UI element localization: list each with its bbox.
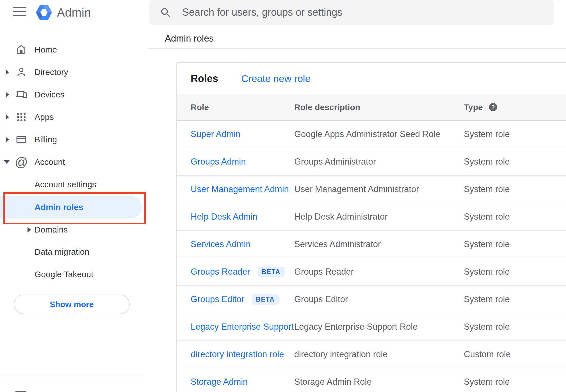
table-row: Super Admin Google Apps Administrator Se… [177, 121, 566, 148]
role-type: System role [464, 129, 566, 139]
column-header-description: Role description [294, 102, 464, 112]
clipped-sidebar-icon [15, 391, 26, 392]
sidebar-item-account[interactable]: @ Account [0, 151, 149, 173]
sidebar-item-label: Devices [35, 90, 65, 99]
apps-grid-icon [15, 111, 27, 123]
role-description: Google Apps Administrator Seed Role [294, 129, 464, 139]
role-type: System role [464, 322, 566, 332]
column-header-type-label: Type [464, 102, 483, 112]
sidebar-item-label: Admin roles [35, 202, 83, 212]
expand-right-icon[interactable] [6, 137, 9, 142]
sidebar-item-label: Account settings [35, 180, 96, 189]
sidebar-item-label: Domains [35, 225, 68, 234]
role-link[interactable]: Groups Admin [191, 157, 246, 167]
sidebar-item-domains[interactable]: Domains [0, 218, 149, 241]
role-type: System role [464, 184, 566, 194]
role-link[interactable]: directory integration role [191, 349, 284, 359]
role-link[interactable]: Services Admin [191, 239, 251, 249]
sidebar-item-admin-roles[interactable]: Admin roles [0, 196, 149, 218]
table-row: Storage Admin Storage Admin Role System … [177, 368, 566, 392]
table-row: User Management Admin User Management Ad… [177, 176, 566, 203]
role-link[interactable]: Super Admin [191, 129, 241, 139]
sidebar-item-devices[interactable]: Devices [0, 83, 149, 106]
sidebar-item-label: Directory [35, 67, 68, 77]
beta-badge: BETA [252, 294, 279, 305]
beta-badge: BETA [257, 267, 285, 277]
column-header-type: Type ? [464, 102, 566, 112]
table-row: Help Desk Admin Help Desk Administrator … [177, 203, 566, 231]
collapse-down-icon[interactable] [4, 160, 10, 164]
home-icon [15, 44, 27, 56]
role-link[interactable]: Help Desk Admin [191, 212, 257, 222]
sidebar-item-directory[interactable]: Directory [0, 61, 149, 83]
expand-right-icon[interactable] [28, 227, 31, 233]
sidebar-item-label: Google Takeout [35, 270, 93, 279]
app-title: Admin [57, 6, 91, 19]
hamburger-bar [13, 7, 26, 8]
admin-console-page: Admin Admin roles Home Directory [0, 0, 566, 392]
table-row: Groups Admin Groups Administrator System… [177, 148, 566, 176]
sidebar-item-google-takeout[interactable]: Google Takeout [0, 263, 149, 286]
expand-right-icon[interactable] [6, 69, 9, 75]
search-icon [160, 7, 171, 18]
expand-right-icon[interactable] [6, 92, 9, 97]
column-header-role: Role [191, 102, 294, 112]
role-description: Legacy Enterprise Support Role [294, 322, 464, 332]
credit-card-icon [15, 134, 27, 145]
role-description: Groups Administrator [294, 157, 464, 167]
role-description: Services Administrator [294, 239, 464, 249]
role-type: Custom role [464, 349, 566, 359]
role-link[interactable]: Legacy Enterprise Support [191, 322, 294, 332]
breadcrumb: Admin roles [165, 33, 214, 44]
role-description: Storage Admin Role [294, 377, 464, 387]
table-row: Groups Reader BETA Groups Reader System … [177, 258, 566, 286]
role-link[interactable]: User Management Admin [191, 184, 289, 194]
sidebar-divider [0, 377, 144, 377]
sidebar-item-label: Account [35, 157, 65, 167]
sidebar-item-apps[interactable]: Apps [0, 106, 149, 128]
role-type: System role [464, 267, 566, 277]
table-row: Services Admin Services Administrator Sy… [177, 231, 566, 258]
role-type: System role [464, 377, 566, 387]
create-new-role-link[interactable]: Create new role [241, 73, 311, 84]
person-icon [15, 66, 27, 78]
sidebar-item-label: Data migration [35, 247, 89, 257]
roles-panel: Roles Create new role Role Role descript… [176, 62, 566, 392]
hamburger-bar [13, 15, 26, 16]
sidebar-item-billing[interactable]: Billing [0, 128, 149, 151]
sidebar-item-home[interactable]: Home [0, 38, 149, 61]
sidebar-item-account-settings[interactable]: Account settings [0, 173, 149, 196]
at-sign-icon: @ [15, 156, 27, 168]
expand-right-icon[interactable] [6, 114, 9, 120]
content-divider [148, 48, 566, 49]
role-type: System role [464, 212, 566, 222]
help-icon[interactable]: ? [489, 103, 497, 111]
show-more-button[interactable]: Show more [14, 295, 130, 314]
role-link[interactable]: Groups Reader [191, 267, 250, 277]
table-header-row: Role Role description Type ? [177, 94, 566, 121]
google-admin-logo[interactable]: Admin [36, 5, 91, 20]
role-type: System role [464, 294, 566, 304]
sidebar-item-label: Home [35, 45, 57, 54]
search-input[interactable] [182, 6, 520, 19]
role-description: User Management Administrator [294, 184, 464, 194]
hamburger-menu-icon[interactable] [13, 7, 26, 16]
search-bar[interactable] [149, 0, 554, 25]
role-link[interactable]: Storage Admin [191, 377, 248, 387]
sidebar-item-label: Apps [35, 112, 54, 122]
role-link[interactable]: Groups Editor [191, 294, 244, 304]
panel-title: Roles [191, 73, 218, 85]
role-description: Help Desk Administrator [294, 212, 464, 222]
hamburger-bar [13, 11, 26, 12]
admin-hexagon-icon [36, 5, 52, 20]
table-row: directory integration role directory int… [177, 341, 566, 368]
table-row: Legacy Enterprise Support Legacy Enterpr… [177, 313, 566, 341]
panel-header: Roles Create new role [177, 63, 566, 94]
table-row: Groups Editor BETA Groups Editor System … [177, 286, 566, 313]
role-description: Groups Reader [294, 267, 464, 277]
role-description: Groups Editor [294, 294, 464, 304]
role-type: System role [464, 157, 566, 167]
role-description: directory integration role [294, 349, 464, 359]
sidebar-item-data-migration[interactable]: Data migration [0, 241, 149, 263]
role-type: System role [464, 239, 566, 249]
